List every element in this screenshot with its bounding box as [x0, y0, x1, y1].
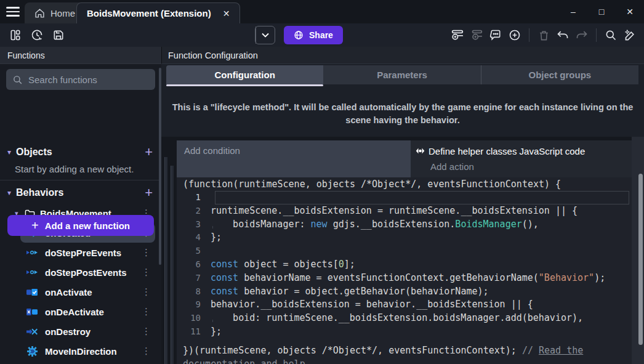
kebab-menu-icon[interactable]: ⋮: [142, 286, 149, 297]
function-item-MoveToPosition[interactable]: MoveToPosition⋮: [20, 361, 155, 364]
gdevelop-window: Home BoidsMovement (Extension) ✕ – □ ✕: [0, 0, 644, 364]
search-icon[interactable]: [603, 27, 619, 43]
function-item-onDeActivate[interactable]: onDeActivate⋮: [20, 302, 155, 322]
line-number: 11: [177, 325, 211, 339]
search-functions-box[interactable]: [6, 69, 155, 90]
code-line[interactable]: 7const behaviorName = eventsFunctionCont…: [177, 272, 632, 285]
code-text: [211, 245, 632, 258]
add-behavior-button[interactable]: +: [145, 187, 153, 199]
code-text: const object = objects[0];: [211, 258, 632, 272]
code-text: const behaviorName = eventsFunctionConte…: [211, 272, 632, 285]
minimize-button[interactable]: –: [559, 7, 587, 17]
code-line[interactable]: 8const behavior = object.getBehavior(beh…: [177, 285, 632, 299]
event-indent-rail: [171, 166, 174, 364]
project-manager-icon[interactable]: [7, 27, 23, 43]
steps-icon: [26, 247, 38, 258]
close-tab-icon[interactable]: ✕: [223, 9, 230, 18]
code-line[interactable]: 1: [177, 191, 632, 204]
line-number: 7: [177, 272, 211, 285]
gear-icon: [26, 346, 38, 357]
tab-parameters[interactable]: Parameters: [323, 65, 481, 84]
tab-configuration[interactable]: Configuration: [166, 65, 323, 84]
function-item-label: MoveInDirection: [45, 346, 117, 357]
code-line[interactable]: 11};: [177, 325, 632, 339]
events-sheet: Add condition Define helper classes Java…: [161, 137, 644, 364]
function-list: onCreated⋮doStepPreEvents⋮doStepPostEven…: [0, 223, 161, 364]
preview-button[interactable]: Preview: [255, 26, 275, 44]
js-code-event[interactable]: Add condition Define helper classes Java…: [177, 140, 632, 364]
function-item-MoveInDirection[interactable]: MoveInDirection⋮: [20, 341, 155, 361]
line-number: 1: [177, 191, 211, 204]
toggle-on-icon: [26, 286, 38, 297]
lifecycle-description: This is a "lifecycle method". It will be…: [169, 101, 637, 127]
function-item-onActivate[interactable]: onActivate⋮: [20, 282, 155, 302]
kebab-menu-icon[interactable]: ⋮: [142, 306, 149, 317]
function-item-label: doStepPreEvents: [45, 248, 121, 258]
search-functions-input[interactable]: [28, 75, 139, 85]
line-number: 10: [177, 312, 211, 325]
share-label: Share: [309, 30, 333, 40]
line-number: 2: [177, 204, 211, 218]
preview-dropdown-icon[interactable]: [256, 33, 275, 38]
kebab-menu-icon[interactable]: ⋮: [142, 267, 149, 278]
add-function-label: Add a new function: [45, 220, 130, 231]
add-event-icon[interactable]: [449, 27, 465, 43]
add-subevent-icon[interactable]: [469, 27, 485, 43]
config-tabs: Configuration Parameters Object groups: [166, 65, 638, 86]
undo-icon[interactable]: [555, 27, 571, 43]
objects-section-label: Objects: [16, 147, 52, 158]
add-other-event-icon[interactable]: [507, 27, 523, 43]
add-function-button[interactable]: + Add a new function: [7, 215, 154, 236]
event-indent-rail: [164, 157, 167, 364]
history-icon[interactable]: [29, 27, 45, 43]
code-wrapper-footer: })(runtimeScene, objects /*Object*/, eve…: [177, 344, 602, 364]
code-line[interactable]: 10boid: runtimeScene.__boidsExtension.bo…: [177, 312, 632, 325]
js-code-editor[interactable]: (function(runtimeScene, objects /*Object…: [177, 177, 632, 364]
kebab-menu-icon[interactable]: ⋮: [142, 247, 149, 258]
events-scrollbar-track[interactable]: [632, 137, 644, 364]
save-icon[interactable]: [50, 27, 66, 43]
code-lines[interactable]: 12runtimeScene.__boidsExtension = runtim…: [177, 191, 632, 339]
tab-extension[interactable]: BoidsMovement (Extension) ✕: [76, 2, 240, 23]
function-item-label: onActivate: [45, 287, 92, 297]
code-text: [211, 191, 632, 204]
section-behaviors[interactable]: ▾ Behaviors +: [0, 184, 161, 202]
line-number: 3: [177, 218, 211, 232]
main-menu-icon[interactable]: [6, 7, 20, 17]
code-text: const behavior = object.getBehavior(beha…: [211, 285, 632, 299]
function-item-label: doStepPostEvents: [45, 267, 127, 278]
code-line[interactable]: 2runtimeScene.__boidsExtension = runtime…: [177, 204, 632, 218]
trash-icon[interactable]: [536, 27, 552, 43]
code-line[interactable]: 3boidsManager: new gdjs.__boidsExtension…: [177, 218, 632, 232]
section-objects[interactable]: ▾ Objects +: [0, 143, 161, 161]
maximize-button[interactable]: □: [587, 7, 616, 17]
function-item-onDestroy[interactable]: onDestroy⋮: [20, 322, 155, 341]
add-action-button[interactable]: Add action: [416, 159, 627, 174]
add-condition-button[interactable]: Add condition: [177, 140, 411, 177]
tab-object-groups[interactable]: Object groups: [481, 65, 638, 84]
code-text: boid: runtimeScene.__boidsExtension.boid…: [211, 312, 632, 325]
js-event-title[interactable]: Define helper classes JavaScript code: [416, 143, 627, 159]
close-window-button[interactable]: ✕: [616, 7, 644, 17]
function-item-doStepPostEvents[interactable]: doStepPostEvents⋮: [20, 262, 155, 282]
edit-theme-icon[interactable]: [622, 27, 638, 43]
tab-home-label: Home: [50, 8, 75, 18]
function-item-label: onDestroy: [45, 326, 91, 337]
divider: [0, 180, 161, 180]
code-line[interactable]: 5: [177, 245, 632, 258]
add-object-button[interactable]: +: [145, 146, 153, 158]
function-item-doStepPreEvents[interactable]: doStepPreEvents⋮: [20, 243, 155, 262]
code-line[interactable]: 9behavior.__boidsExtension = behavior.__…: [177, 298, 632, 312]
share-button[interactable]: Share: [284, 26, 343, 44]
code-line[interactable]: 4};: [177, 231, 632, 245]
chevron-down-icon[interactable]: ▾: [7, 148, 16, 156]
code-line[interactable]: 6const object = objects[0];: [177, 258, 632, 272]
event-action-column: Define helper classes JavaScript code Ad…: [411, 140, 632, 177]
chevron-down-icon[interactable]: ▾: [7, 188, 16, 197]
kebab-menu-icon[interactable]: ⋮: [142, 346, 149, 357]
code-text: };: [211, 325, 632, 339]
add-comment-icon[interactable]: [488, 27, 504, 43]
kebab-menu-icon[interactable]: ⋮: [142, 326, 149, 337]
events-scrollbar-thumb[interactable]: [638, 174, 643, 345]
redo-icon[interactable]: [574, 27, 590, 43]
